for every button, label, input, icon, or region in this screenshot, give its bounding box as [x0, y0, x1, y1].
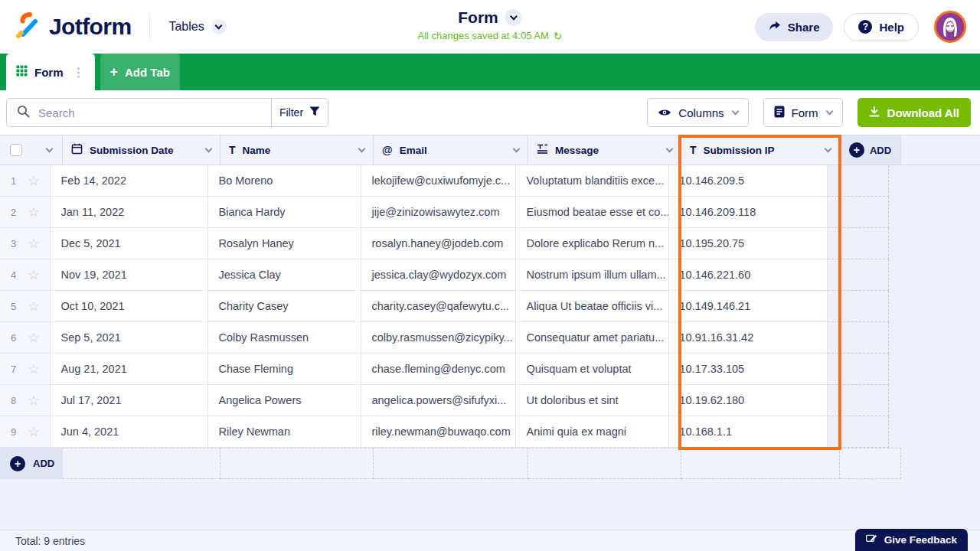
- star-icon[interactable]: ☆: [28, 206, 39, 219]
- chevron-down-icon[interactable]: [358, 145, 366, 153]
- plus-circle-icon: +: [10, 456, 25, 471]
- cell-email[interactable]: jessica.clay@wydozyx.com: [361, 259, 516, 291]
- cell-email[interactable]: colby.rasmussen@zicypiky...: [361, 322, 516, 354]
- title-dropdown-chevron-icon[interactable]: [505, 9, 522, 26]
- cell-email[interactable]: riley.newman@buwaqo.com: [361, 416, 516, 448]
- table-row: 5☆ Oct 10, 2021 Charity Casey charity.ca…: [0, 291, 980, 322]
- column-header-email[interactable]: @ Email: [374, 135, 528, 165]
- chevron-down-icon[interactable]: [513, 145, 521, 153]
- star-icon[interactable]: ☆: [28, 174, 39, 187]
- empty-new-cell[interactable]: [681, 448, 840, 479]
- filter-button[interactable]: Filter: [271, 99, 328, 126]
- star-icon[interactable]: ☆: [28, 363, 39, 376]
- star-icon[interactable]: ☆: [28, 331, 39, 344]
- cell-submission-date[interactable]: Jan 11, 2022: [51, 197, 208, 228]
- star-icon[interactable]: ☆: [28, 237, 39, 250]
- row-filler: [889, 197, 980, 228]
- cell-submission-ip[interactable]: 10.146.221.60: [669, 259, 828, 291]
- cell-submission-date[interactable]: Nov 19, 2021: [51, 259, 208, 291]
- page-title: Form: [458, 8, 498, 27]
- cell-email[interactable]: jije@zinizowisawytez.com: [361, 197, 516, 228]
- help-button[interactable]: ? Help: [844, 13, 919, 41]
- empty-new-cell[interactable]: [528, 448, 681, 479]
- add-tab-button[interactable]: + Add Tab: [100, 54, 180, 90]
- empty-new-cell[interactable]: [63, 448, 220, 479]
- cell-submission-date[interactable]: Jul 17, 2021: [51, 385, 208, 416]
- chevron-down-icon[interactable]: [205, 145, 213, 153]
- cell-submission-date[interactable]: Dec 5, 2021: [51, 228, 208, 259]
- cell-message[interactable]: Animi quia ex magni: [516, 416, 669, 448]
- search-input[interactable]: [38, 106, 261, 119]
- column-header-name[interactable]: T Name: [220, 135, 374, 165]
- cell-submission-ip[interactable]: 10.195.20.75: [669, 228, 828, 259]
- column-header-submission-date[interactable]: Submission Date: [63, 135, 220, 165]
- star-icon[interactable]: ☆: [28, 394, 39, 407]
- cell-name[interactable]: Bo Moreno: [208, 165, 361, 197]
- row-handle: 4☆: [0, 259, 51, 291]
- empty-new-cell[interactable]: [220, 448, 374, 479]
- cell-email[interactable]: lekojifew@cuxiwufomyje.c...: [361, 165, 516, 197]
- cell-message[interactable]: Dolore explicabo Rerum n...: [516, 228, 669, 259]
- cell-message[interactable]: Voluptatum blanditiis exce...: [516, 165, 669, 197]
- star-icon[interactable]: ☆: [28, 269, 39, 282]
- cell-name[interactable]: Charity Casey: [208, 291, 361, 322]
- tab-form[interactable]: Form ⋮: [6, 54, 95, 90]
- cell-name[interactable]: Chase Fleming: [208, 354, 361, 385]
- star-icon[interactable]: ☆: [28, 425, 39, 439]
- cell-email[interactable]: chase.fleming@denyc.com: [361, 354, 516, 385]
- column-header-submission-ip[interactable]: T Submission IP: [681, 135, 840, 165]
- cell-message[interactable]: Consequatur amet pariatu...: [516, 322, 669, 354]
- column-header-message[interactable]: Message: [528, 135, 681, 165]
- download-all-button[interactable]: Download All: [858, 98, 971, 127]
- tab-menu-kebab-icon[interactable]: ⋮: [73, 65, 85, 80]
- refresh-icon[interactable]: ↻: [554, 31, 563, 41]
- give-feedback-button[interactable]: Give Feedback: [855, 529, 968, 551]
- download-all-label: Download All: [887, 106, 959, 119]
- share-button[interactable]: Share: [755, 13, 834, 41]
- chevron-down-icon[interactable]: [666, 145, 674, 153]
- product-switcher-tables[interactable]: Tables: [168, 19, 226, 34]
- view-form-button[interactable]: Form: [763, 98, 843, 127]
- cell-message[interactable]: Ut doloribus et sint: [516, 385, 669, 416]
- cell-name[interactable]: Riley Newman: [208, 416, 361, 448]
- cell-message[interactable]: Aliqua Ut beatae officiis vi...: [516, 291, 669, 322]
- cell-submission-ip[interactable]: 10.19.62.180: [669, 385, 828, 416]
- cell-submission-ip[interactable]: 10.91.16.31.42: [669, 322, 828, 354]
- tab-bar: Form ⋮ + Add Tab: [0, 54, 980, 90]
- columns-button[interactable]: Columns: [647, 98, 748, 127]
- cell-name[interactable]: Rosalyn Haney: [208, 228, 361, 259]
- cell-email[interactable]: angelica.powers@sifufyxi...: [361, 385, 516, 416]
- brand-name: Jotform: [49, 14, 131, 40]
- star-icon[interactable]: ☆: [28, 300, 39, 313]
- chevron-down-icon[interactable]: [46, 145, 54, 153]
- cell-email[interactable]: charity.casey@qafewytu.c...: [361, 291, 516, 322]
- add-row-button[interactable]: + ADD: [0, 448, 63, 479]
- chevron-down-icon[interactable]: [825, 145, 832, 153]
- cell-submission-date[interactable]: Sep 5, 2021: [51, 322, 208, 354]
- cell-name[interactable]: Angelica Powers: [208, 385, 361, 416]
- cell-submission-date[interactable]: Feb 14, 2022: [51, 165, 208, 197]
- cell-message[interactable]: Nostrum ipsum illum ullam...: [516, 259, 669, 291]
- avatar[interactable]: [934, 11, 966, 43]
- cell-submission-ip[interactable]: 10.146.209.118: [669, 197, 828, 228]
- header-divider: [149, 14, 150, 40]
- table-row: 8☆ Jul 17, 2021 Angelica Powers angelica…: [0, 385, 980, 416]
- cell-message[interactable]: Quisquam et voluptat: [516, 354, 669, 385]
- cell-submission-date[interactable]: Aug 21, 2021: [51, 354, 208, 385]
- row-number: 4: [11, 269, 16, 281]
- cell-submission-ip[interactable]: 10.168.1.1: [669, 416, 828, 448]
- cell-submission-ip[interactable]: 10.146.209.5: [669, 165, 828, 197]
- add-column-button[interactable]: + ADD: [840, 135, 901, 165]
- cell-submission-ip[interactable]: 10.149.146.21: [669, 291, 828, 322]
- empty-new-cell[interactable]: [374, 448, 528, 479]
- cell-name[interactable]: Colby Rasmussen: [208, 322, 361, 354]
- cell-submission-date[interactable]: Jun 4, 2021: [51, 416, 208, 448]
- cell-submission-date[interactable]: Oct 10, 2021: [51, 291, 208, 322]
- cell-submission-ip[interactable]: 10.17.33.105: [669, 354, 828, 385]
- cell-message[interactable]: Eiusmod beatae esse et co...: [516, 197, 669, 228]
- cell-email[interactable]: rosalyn.haney@jodeb.com: [361, 228, 516, 259]
- select-all-checkbox[interactable]: [10, 144, 22, 156]
- jotform-logo[interactable]: Jotform: [14, 11, 131, 42]
- cell-name[interactable]: Bianca Hardy: [208, 197, 361, 228]
- cell-name[interactable]: Jessica Clay: [208, 259, 361, 291]
